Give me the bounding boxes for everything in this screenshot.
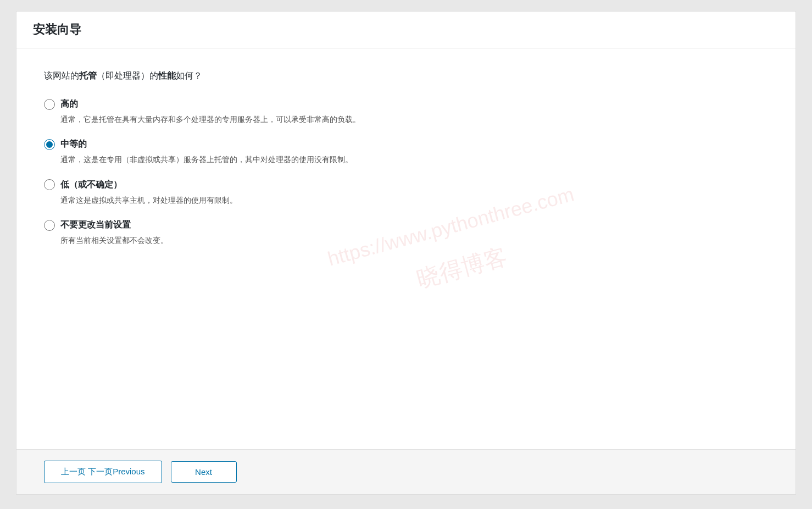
desc-low: 通常这是虚拟或共享主机，对处理器的使用有限制。: [60, 194, 768, 206]
label-medium[interactable]: 中等的: [60, 139, 87, 150]
option-nochange[interactable]: 不要更改当前设置 所有当前相关设置都不会改变。: [44, 219, 768, 246]
next-button[interactable]: Next: [171, 461, 237, 483]
label-low[interactable]: 低（或不确定）: [60, 179, 122, 191]
wizard-header: 安装向导: [16, 12, 796, 48]
label-nochange[interactable]: 不要更改当前设置: [60, 219, 131, 231]
option-medium[interactable]: 中等的 通常，这是在专用（非虚拟或共享）服务器上托管的，其中对处理器的使用没有限…: [44, 139, 768, 165]
option-high[interactable]: 高的 通常，它是托管在具有大量内存和多个处理器的专用服务器上，可以承受非常高的负…: [44, 98, 768, 125]
radio-low[interactable]: [44, 179, 55, 190]
radio-high[interactable]: [44, 99, 55, 110]
desc-high: 通常，它是托管在具有大量内存和多个处理器的专用服务器上，可以承受非常高的负载。: [60, 113, 768, 125]
wizard-container: 安装向导 https://www.pythonthree.com 晓得博客 该网…: [16, 11, 796, 495]
desc-nochange: 所有当前相关设置都不会改变。: [60, 234, 768, 246]
option-low[interactable]: 低（或不确定） 通常这是虚拟或共享主机，对处理器的使用有限制。: [44, 179, 768, 206]
desc-medium: 通常，这是在专用（非虚拟或共享）服务器上托管的，其中对处理器的使用没有限制。: [60, 153, 768, 165]
question-text: 该网站的托管（即处理器）的性能如何？: [44, 70, 768, 82]
radio-nochange[interactable]: [44, 220, 55, 231]
radio-group: 高的 通常，它是托管在具有大量内存和多个处理器的专用服务器上，可以承受非常高的负…: [44, 98, 768, 260]
wizard-body: https://www.pythonthree.com 晓得博客 该网站的托管（…: [16, 48, 796, 449]
label-high[interactable]: 高的: [60, 98, 78, 110]
wizard-title: 安装向导: [33, 21, 779, 38]
prev-button[interactable]: 上一页 下一页Previous: [44, 461, 162, 483]
radio-medium[interactable]: [44, 139, 55, 150]
wizard-footer: 上一页 下一页Previous Next: [16, 449, 796, 494]
